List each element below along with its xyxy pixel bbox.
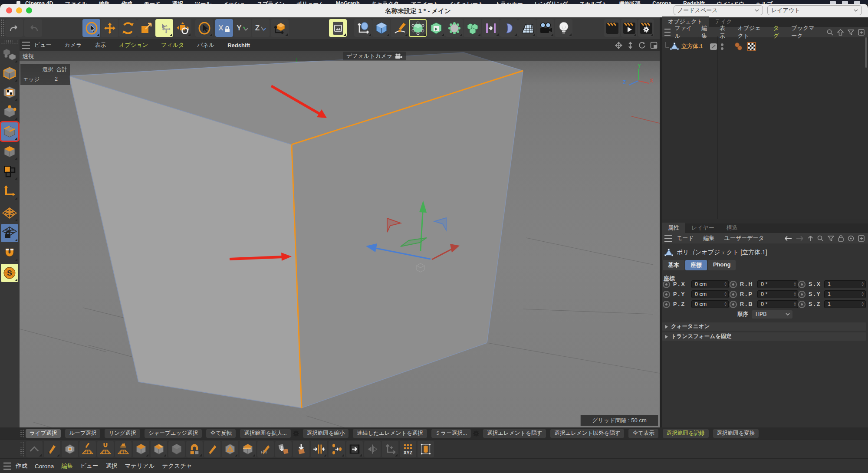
workplane-button[interactable] bbox=[1, 204, 18, 222]
camera-object-button[interactable] bbox=[536, 19, 554, 37]
pan-view-icon[interactable] bbox=[615, 42, 622, 49]
menubar-item[interactable]: レンダリング bbox=[534, 0, 568, 4]
maximize-view-icon[interactable] bbox=[650, 42, 658, 49]
palette-knife-mesh[interactable] bbox=[79, 441, 96, 457]
sx-stepper[interactable]: ˄˅ bbox=[861, 282, 864, 286]
pz-keyframe-circle[interactable] bbox=[663, 301, 670, 308]
fields-button[interactable] bbox=[482, 19, 500, 37]
hide-selected-command[interactable]: 選択エレメントを隠す bbox=[483, 429, 546, 438]
palette-edge-cut[interactable] bbox=[257, 441, 274, 457]
px-keyframe-circle[interactable] bbox=[663, 281, 670, 288]
up-arrow-icon[interactable] bbox=[808, 235, 813, 242]
mirror-selection-command[interactable]: ミラー選択... bbox=[431, 429, 471, 438]
menubar-item[interactable]: 編集 bbox=[99, 0, 110, 4]
redo-button[interactable] bbox=[24, 19, 42, 37]
palette-quantize[interactable] bbox=[62, 441, 78, 457]
tab-layers[interactable]: レイヤー bbox=[685, 223, 720, 233]
order-dropdown[interactable]: HPB bbox=[752, 310, 792, 319]
lock-icon[interactable] bbox=[838, 235, 844, 242]
menubar-item[interactable]: 作成 bbox=[122, 0, 132, 4]
palette-polygon-pen[interactable] bbox=[44, 441, 60, 457]
menubar-item[interactable]: Cinema 4D bbox=[25, 0, 53, 4]
palette-extrude-inner[interactable] bbox=[151, 441, 167, 457]
om-menu-bookmarks[interactable]: ブックマーク bbox=[791, 24, 817, 40]
convert-selection-command[interactable]: 選択範囲を変換 bbox=[713, 429, 759, 438]
lock-y-button[interactable]: Y bbox=[233, 19, 251, 37]
attribute-manager-menu-icon[interactable] bbox=[664, 235, 672, 242]
render-settings-button[interactable] bbox=[638, 19, 654, 37]
toolbar-drag-handle[interactable] bbox=[0, 19, 4, 37]
rh-keyframe-circle[interactable] bbox=[730, 281, 737, 288]
palette-collapse[interactable] bbox=[275, 441, 292, 457]
light-object-button[interactable] bbox=[555, 19, 572, 37]
grow-selection-command[interactable]: 選択範囲を拡大... bbox=[240, 429, 290, 438]
rb-keyframe-circle[interactable] bbox=[730, 301, 737, 308]
viewport-menu-view[interactable]: ビュー bbox=[34, 41, 52, 49]
bottom-menu-edit[interactable]: 編集 bbox=[61, 462, 73, 470]
polygon-mode-button[interactable] bbox=[1, 142, 18, 161]
gizmo-tool-button[interactable] bbox=[174, 19, 191, 37]
coordinate-system-button[interactable] bbox=[271, 19, 289, 37]
lock-workplane-button[interactable] bbox=[1, 224, 18, 242]
tab-structure[interactable]: 構造 bbox=[720, 223, 744, 233]
ring-selection-command[interactable]: リング選択 bbox=[105, 429, 140, 438]
palette-axis-disabled[interactable] bbox=[382, 441, 398, 457]
palette-stitch-sew[interactable] bbox=[329, 441, 345, 457]
menubar-item[interactable]: ファイル bbox=[65, 0, 87, 4]
live-selection-button[interactable] bbox=[195, 19, 213, 37]
om-menu-objects[interactable]: オブジェクト bbox=[737, 24, 763, 40]
menubar-item[interactable]: モード bbox=[144, 0, 161, 4]
om-menu-file[interactable]: ファイル bbox=[675, 24, 692, 40]
px-input[interactable]: 0 cm ˄˅ bbox=[691, 280, 729, 288]
om-menu-edit[interactable]: 編集 bbox=[701, 24, 710, 40]
visibility-toggle[interactable] bbox=[710, 43, 717, 50]
menubar-item[interactable]: シミュレート bbox=[450, 0, 483, 4]
palette-cage-deform[interactable] bbox=[418, 441, 434, 457]
model-mode-button[interactable] bbox=[1, 64, 18, 82]
forward-arrow-icon[interactable] bbox=[796, 236, 804, 241]
back-arrow-icon[interactable] bbox=[784, 236, 792, 241]
object-name[interactable]: 立方体.1 bbox=[681, 43, 703, 50]
gear-icon[interactable] bbox=[473, 430, 480, 437]
px-stepper[interactable]: ˄˅ bbox=[724, 282, 727, 286]
viewport-menu-panel[interactable]: パネル bbox=[197, 41, 214, 49]
sy-stepper[interactable]: ˄˅ bbox=[861, 292, 864, 296]
tab-phong[interactable]: Phong bbox=[708, 260, 736, 270]
target-icon[interactable] bbox=[848, 235, 854, 242]
palette-iron-mesh[interactable] bbox=[115, 441, 132, 457]
tab-attributes[interactable]: 属性 bbox=[662, 223, 685, 233]
bottom-menu-create[interactable]: 作成 bbox=[16, 462, 27, 470]
invert-all-command[interactable]: 全て反転 bbox=[206, 429, 236, 438]
spline-pen-button[interactable] bbox=[391, 19, 408, 37]
am-menu-edit[interactable]: 編集 bbox=[704, 234, 715, 242]
menubar-item[interactable]: トラッカー bbox=[495, 0, 523, 4]
sy-keyframe-circle[interactable] bbox=[798, 291, 806, 298]
menubar-item[interactable]: MoGraph bbox=[336, 0, 360, 4]
viewport[interactable]: 透視 デフォルトカメラ 選択 合計 エッジ 2 bbox=[20, 51, 660, 427]
rp-keyframe-circle[interactable] bbox=[730, 291, 737, 298]
set-selection-command[interactable]: 選択範囲を記録 bbox=[663, 429, 709, 438]
active-move-tool-button[interactable] bbox=[155, 19, 173, 37]
rotate-tool-button[interactable] bbox=[119, 19, 137, 37]
sx-input[interactable]: 1 ˄˅ bbox=[824, 280, 866, 288]
zoom-button[interactable] bbox=[26, 7, 32, 13]
render-clapper-button[interactable] bbox=[604, 19, 620, 37]
gear-icon[interactable] bbox=[293, 430, 299, 437]
viewport-menu-redshift[interactable]: Redshift bbox=[227, 42, 250, 49]
palette-plane-cut[interactable] bbox=[222, 441, 238, 457]
shrink-selection-command[interactable]: 選択範囲を縮小 bbox=[303, 429, 349, 438]
search-icon[interactable] bbox=[827, 29, 833, 36]
search-icon[interactable] bbox=[817, 235, 824, 242]
spline-primitive-button[interactable] bbox=[354, 19, 372, 37]
palette-close-hole[interactable] bbox=[346, 441, 363, 457]
select-connected-command[interactable]: 連続したエレメントを選択 bbox=[353, 429, 427, 438]
rp-stepper[interactable]: ˄˅ bbox=[794, 292, 796, 296]
rb-stepper[interactable]: ˄˅ bbox=[794, 302, 796, 306]
editor-render-dots[interactable] bbox=[721, 43, 723, 50]
bottom-menu-select[interactable]: 選択 bbox=[105, 462, 117, 470]
palette-arc-disabled[interactable] bbox=[26, 441, 43, 457]
selbar-drag-handle[interactable] bbox=[20, 429, 24, 438]
rh-stepper[interactable]: ˄˅ bbox=[794, 282, 796, 286]
palette-knife[interactable] bbox=[204, 441, 220, 457]
loop-selection-command[interactable]: ループ選択 bbox=[65, 429, 100, 438]
